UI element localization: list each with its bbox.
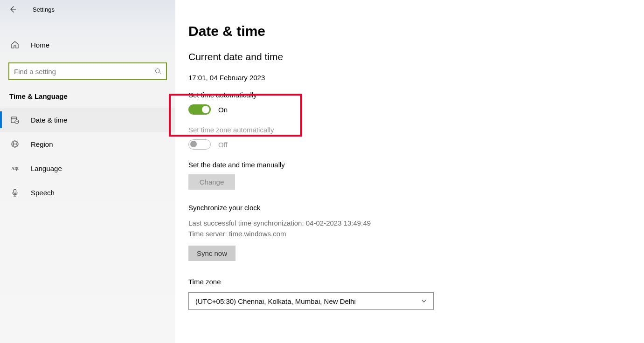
sync-now-button[interactable]: Sync now <box>188 246 235 261</box>
microphone-icon <box>10 188 20 197</box>
sync-info: Last successful time synchronization: 04… <box>188 218 644 239</box>
change-button: Change <box>188 174 235 190</box>
sidebar-section-title: Time & Language <box>0 80 175 108</box>
manual-label: Set the date and time manually <box>188 161 644 169</box>
set-tz-auto-label: Set time zone automatically <box>188 126 644 134</box>
sidebar-item-label: Region <box>31 140 53 148</box>
sidebar-item-date-time[interactable]: Date & time <box>0 108 175 132</box>
svg-line-1 <box>159 73 161 75</box>
sync-heading: Synchronize your clock <box>188 204 644 212</box>
page-title: Date & time <box>188 23 644 39</box>
set-tz-auto-toggle <box>188 139 211 150</box>
timezone-select[interactable]: (UTC+05:30) Chennai, Kolkata, Mumbai, Ne… <box>188 292 434 310</box>
sidebar-item-label: Language <box>31 165 62 172</box>
chevron-down-icon <box>421 298 427 304</box>
set-tz-auto-state: Off <box>218 141 228 149</box>
sync-last: Last successful time synchronization: 04… <box>188 218 644 229</box>
svg-text:字: 字 <box>14 167 19 172</box>
sidebar-item-label: Date & time <box>31 116 67 124</box>
home-icon <box>10 41 20 49</box>
app-title: Settings <box>33 6 55 13</box>
setting-set-time-auto: Set time automatically On <box>188 91 644 115</box>
setting-set-tz-auto: Set time zone automatically Off <box>188 126 644 150</box>
sidebar-item-language[interactable]: A字 Language <box>0 156 175 180</box>
current-datetime-heading: Current date and time <box>188 51 644 62</box>
timezone-selected: (UTC+05:30) Chennai, Kolkata, Mumbai, Ne… <box>195 297 356 305</box>
current-datetime-value: 17:01, 04 February 2023 <box>188 74 644 82</box>
set-time-auto-label: Set time automatically <box>188 91 644 99</box>
set-time-auto-toggle[interactable] <box>188 104 211 115</box>
search-input[interactable] <box>14 68 155 75</box>
sidebar: Settings Home Time & Language Date & tim… <box>0 0 175 343</box>
title-bar: Settings <box>0 0 175 19</box>
sidebar-home[interactable]: Home <box>0 34 175 56</box>
globe-icon <box>10 140 20 148</box>
timezone-label: Time zone <box>188 278 644 286</box>
sidebar-home-label: Home <box>31 41 49 49</box>
sidebar-item-speech[interactable]: Speech <box>0 180 175 205</box>
svg-point-0 <box>156 69 160 73</box>
sync-section: Synchronize your clock Last successful t… <box>188 204 644 261</box>
back-button[interactable] <box>8 5 17 14</box>
set-time-auto-state: On <box>218 106 228 114</box>
timezone-section: Time zone (UTC+05:30) Chennai, Kolkata, … <box>188 278 644 310</box>
svg-rect-10 <box>14 189 16 193</box>
calendar-clock-icon <box>10 116 20 124</box>
back-arrow-icon <box>9 6 16 13</box>
search-icon <box>155 68 161 75</box>
main-content: Date & time Current date and time 17:01,… <box>175 0 644 343</box>
setting-manual: Set the date and time manually Change <box>188 161 644 190</box>
sync-server: Time server: time.windows.com <box>188 229 644 240</box>
language-icon: A字 <box>10 164 20 172</box>
search-box[interactable] <box>8 62 167 80</box>
sidebar-item-region[interactable]: Region <box>0 132 175 156</box>
sidebar-item-label: Speech <box>31 189 55 197</box>
